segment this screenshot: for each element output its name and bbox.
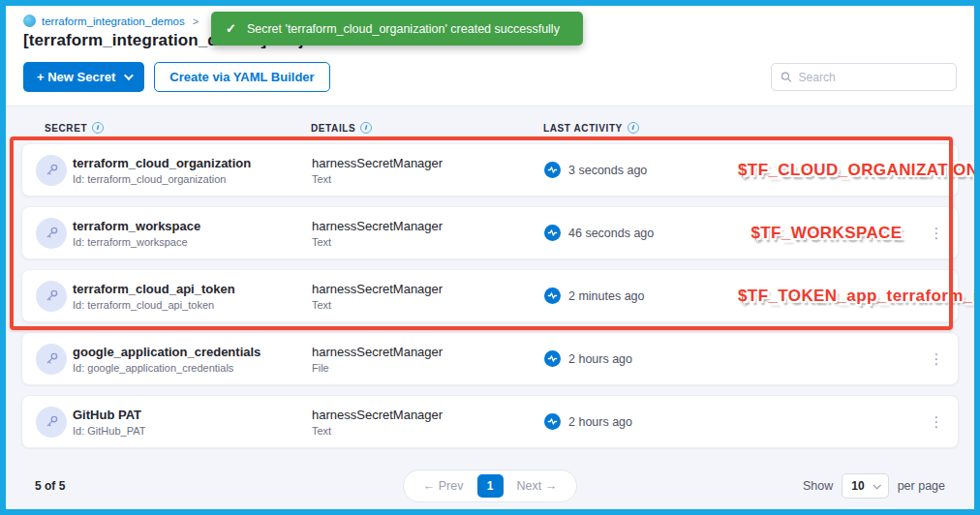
secret-type: Text xyxy=(312,425,544,437)
secret-id: Id: terraform_workspace xyxy=(73,236,312,248)
secret-type: Text xyxy=(312,236,544,248)
annotation-text: $TF_TOKEN_app_terraform_io xyxy=(738,287,980,306)
table-row[interactable]: terraform_cloud_organization Id: terrafo… xyxy=(21,143,959,197)
secret-type: File xyxy=(312,362,544,374)
page-size-value: 10 xyxy=(851,479,864,493)
next-page-button[interactable]: Next → xyxy=(509,477,566,495)
secret-manager: harnessSecretManager xyxy=(312,219,544,233)
project-icon xyxy=(23,15,36,27)
chevron-down-icon xyxy=(873,481,880,489)
key-icon xyxy=(36,155,67,186)
result-count: 5 of 5 xyxy=(35,479,403,493)
info-icon[interactable]: i xyxy=(360,122,372,134)
secret-manager: harnessSecretManager xyxy=(312,408,544,422)
activity-icon xyxy=(544,288,561,304)
success-toast: ✓ Secret 'terraform_cloud_organization' … xyxy=(211,12,583,45)
last-activity-text: 2 minutes ago xyxy=(568,289,645,303)
activity-icon xyxy=(544,413,561,430)
page-size-control: Show 10 per page xyxy=(577,473,945,499)
secret-id: Id: GitHub_PAT xyxy=(73,425,312,437)
chevron-right-icon: > xyxy=(193,15,199,27)
secret-name: terraform_cloud_api_token xyxy=(73,282,312,296)
key-icon xyxy=(36,344,67,375)
column-header-secret: SECRET i xyxy=(45,122,311,134)
secret-manager: harnessSecretManager xyxy=(312,282,544,296)
app-window: ✓ Secret 'terraform_cloud_organization' … xyxy=(0,0,980,515)
table-footer: 5 of 5 ← Prev 1 Next → Show 10 per page xyxy=(21,448,959,502)
search-input[interactable] xyxy=(799,71,947,84)
column-header-last-activity: LAST ACTIVITY i xyxy=(543,122,959,134)
secret-name: google_application_credentials xyxy=(73,345,312,359)
table-row[interactable]: terraform_cloud_api_token Id: terraform_… xyxy=(21,269,959,322)
secret-name: terraform_workspace xyxy=(73,219,312,233)
last-activity-text: 3 seconds ago xyxy=(568,164,647,177)
last-activity-text: 2 hours ago xyxy=(568,415,632,429)
breadcrumb-project-link[interactable]: terraform_integration_demos xyxy=(42,15,185,27)
info-icon[interactable]: i xyxy=(628,122,639,134)
create-via-yaml-builder-button[interactable]: Create via YAML Builder xyxy=(154,62,329,92)
new-secret-label: + New Secret xyxy=(37,70,115,84)
chevron-down-icon xyxy=(124,71,134,80)
secret-id: Id: terraform_cloud_api_token xyxy=(73,299,312,311)
activity-icon xyxy=(544,162,561,178)
activity-icon xyxy=(544,225,561,241)
secret-manager: harnessSecretManager xyxy=(312,345,544,359)
table-row[interactable]: terraform_workspace Id: terraform_worksp… xyxy=(21,206,959,259)
info-icon[interactable]: i xyxy=(92,122,104,134)
current-page-button[interactable]: 1 xyxy=(477,474,504,498)
show-label: Show xyxy=(803,479,833,493)
table-row[interactable]: GitHub PAT Id: GitHub_PAT harnessSecretM… xyxy=(21,395,959,448)
search-box[interactable] xyxy=(771,63,957,91)
annotation-text: $TF_WORKSPACE xyxy=(738,224,915,243)
secret-list: terraform_cloud_organization Id: terrafo… xyxy=(21,143,959,448)
row-menu-icon[interactable]: ⋮ xyxy=(915,352,958,366)
secret-name: GitHub PAT xyxy=(73,408,312,422)
secret-id: Id: terraform_cloud_organization xyxy=(73,173,312,185)
check-icon: ✓ xyxy=(226,21,236,36)
search-icon xyxy=(781,71,792,83)
secret-manager: harnessSecretManager xyxy=(312,156,544,170)
activity-icon xyxy=(544,350,561,367)
per-page-label: per page xyxy=(898,479,945,493)
secret-name: terraform_cloud_organization xyxy=(73,156,312,170)
key-icon xyxy=(36,218,67,249)
prev-page-button[interactable]: ← Prev xyxy=(415,477,472,495)
pagination: ← Prev 1 Next → xyxy=(403,470,577,502)
toolbar: + New Secret Create via YAML Builder xyxy=(6,50,974,106)
secret-type: Text xyxy=(312,299,544,311)
page-size-select[interactable]: 10 xyxy=(842,473,888,499)
row-menu-icon[interactable]: ⋮ xyxy=(915,227,958,240)
secret-id: Id: google_application_credentials xyxy=(73,362,312,374)
key-icon xyxy=(36,281,67,312)
row-menu-icon[interactable]: ⋮ xyxy=(915,415,958,429)
annotation-text: $TF_CLOUD_ORGANIZATION xyxy=(738,161,978,180)
toast-message: Secret 'terraform_cloud_organization' cr… xyxy=(247,22,560,36)
content-area: SECRET i DETAILS i LAST ACTIVITY i terra… xyxy=(6,106,974,509)
table-row[interactable]: google_application_credentials Id: googl… xyxy=(21,332,959,385)
last-activity-text: 2 hours ago xyxy=(568,352,632,366)
key-icon xyxy=(36,407,67,438)
last-activity-text: 46 seconds ago xyxy=(568,227,654,240)
column-header-details: DETAILS i xyxy=(311,122,543,134)
table-header: SECRET i DETAILS i LAST ACTIVITY i xyxy=(21,116,959,143)
secret-type: Text xyxy=(312,173,544,185)
new-secret-button[interactable]: + New Secret xyxy=(23,62,144,92)
